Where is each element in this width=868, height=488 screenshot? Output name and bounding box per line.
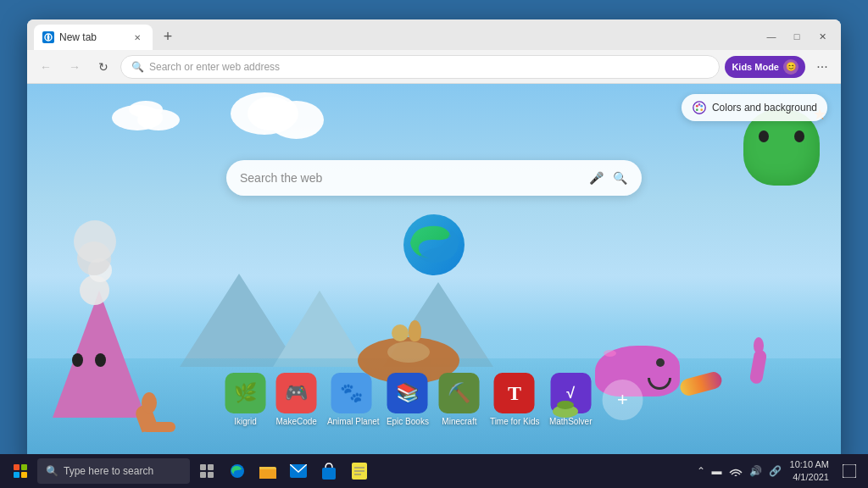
- content-search-placeholder: Search the web: [240, 171, 581, 185]
- kids-mode-button[interactable]: Kids Mode 😊: [725, 56, 805, 78]
- makecode-icon-box: 🎮: [276, 373, 317, 413]
- task-view-icon: [199, 463, 214, 479]
- store-icon: [321, 463, 337, 480]
- notification-icon: [843, 464, 856, 478]
- svg-point-5: [700, 108, 703, 111]
- ikigrid-label: Ikigrid: [234, 417, 257, 426]
- edge-logo: [400, 211, 468, 279]
- content-search-bar[interactable]: Search the web 🎤 🔍: [226, 160, 642, 196]
- ribbon-creature: [680, 375, 722, 392]
- svg-rect-10: [200, 472, 206, 478]
- svg-point-3: [700, 105, 703, 108]
- tab-bar: New tab ✕ + — □ ✕: [27, 19, 841, 50]
- app-icon-ikigrid[interactable]: 🌿 Ikigrid: [225, 373, 266, 426]
- mail-icon: [290, 464, 307, 478]
- forward-button[interactable]: →: [63, 55, 86, 79]
- taskbar-search-icon: 🔍: [46, 465, 58, 477]
- time-for-kids-label: Time for Kids: [490, 417, 539, 426]
- svg-rect-21: [843, 464, 856, 478]
- svg-rect-9: [208, 464, 214, 470]
- svg-rect-11: [208, 472, 214, 478]
- colors-background-button[interactable]: Colors and background: [682, 94, 827, 121]
- minimize-button[interactable]: —: [760, 28, 783, 45]
- taskbar-search[interactable]: 🔍 Type here to search: [37, 458, 190, 484]
- clock-date: 4/1/2021: [790, 471, 829, 484]
- search-icon[interactable]: 🔍: [611, 169, 628, 186]
- mountain-2: [273, 291, 366, 367]
- task-view-button[interactable]: [193, 458, 220, 485]
- ikigrid-icon-box: 🌿: [225, 373, 266, 413]
- clock-area[interactable]: 10:10 AM 4/1/2021: [787, 458, 832, 485]
- app-icon-animal-planet[interactable]: 🐾 Animal Planet: [327, 373, 376, 426]
- battery-icon[interactable]: ▬: [712, 465, 722, 477]
- clock-time: 10:10 AM: [790, 458, 829, 471]
- edge-taskbar-icon: [229, 463, 246, 480]
- kids-mode-label: Kids Mode: [732, 62, 779, 72]
- svg-point-4: [696, 108, 698, 111]
- minecraft-label: Minecraft: [442, 417, 476, 426]
- more-options-button[interactable]: ···: [810, 55, 834, 79]
- window-controls: — □ ✕: [760, 28, 834, 45]
- link-icon[interactable]: 🔗: [769, 465, 782, 477]
- taskbar-mail-icon[interactable]: [285, 458, 312, 485]
- epic-books-icon-box: 📚: [387, 373, 428, 413]
- app-icon-minecraft[interactable]: ⛏️ Minecraft: [439, 373, 480, 426]
- time-for-kids-icon-box: T: [494, 373, 535, 413]
- app-icon-time-for-kids[interactable]: T Time for Kids: [490, 373, 539, 426]
- taskbar-notes-icon[interactable]: [346, 458, 373, 485]
- network-icon[interactable]: [729, 464, 743, 479]
- kids-avatar: 😊: [783, 59, 798, 75]
- new-tab-button[interactable]: +: [156, 25, 180, 48]
- browser-content: ★ Colors and background Search the web 🎤…: [27, 84, 841, 469]
- volume-icon[interactable]: 🔊: [749, 465, 762, 477]
- taskbar: 🔍 Type here to search: [0, 454, 868, 488]
- tab-close-btn[interactable]: ✕: [131, 30, 144, 44]
- maximize-button[interactable]: □: [785, 28, 809, 45]
- start-button[interactable]: [7, 458, 34, 485]
- svg-rect-15: [322, 468, 336, 480]
- makecode-label: MakeCode: [276, 417, 317, 426]
- notification-button[interactable]: [837, 459, 861, 483]
- address-bar-text: Search or enter web address: [149, 61, 280, 73]
- explorer-icon: [259, 463, 276, 479]
- pink-nessie: [752, 350, 765, 384]
- back-button[interactable]: ←: [34, 55, 58, 79]
- address-bar[interactable]: 🔍 Search or enter web address: [120, 55, 720, 79]
- app-icon-mathsolver[interactable]: √ MathSolver: [549, 373, 593, 426]
- navigation-bar: ← → ↻ 🔍 Search or enter web address Kids…: [27, 50, 841, 84]
- browser-window: New tab ✕ + — □ ✕ ← → ↻: [27, 19, 841, 469]
- app-icon-makecode[interactable]: 🎮 MakeCode: [276, 373, 317, 426]
- mathsolver-label: MathSolver: [549, 417, 593, 426]
- svg-point-1: [693, 102, 705, 114]
- svg-rect-8: [200, 464, 206, 470]
- app-icon-epic-books[interactable]: 📚 Epic Books: [387, 373, 429, 426]
- add-app-icon-button[interactable]: +: [602, 380, 643, 420]
- taskbar-search-placeholder: Type here to search: [64, 465, 153, 477]
- animal-planet-label: Animal Planet: [327, 417, 376, 426]
- refresh-button[interactable]: ↻: [92, 55, 115, 79]
- colors-bg-label: Colors and background: [712, 102, 817, 114]
- taskbar-edge-icon[interactable]: [224, 458, 251, 485]
- close-button[interactable]: ✕: [810, 28, 834, 45]
- animal-planet-icon-box: 🐾: [331, 373, 372, 413]
- mic-icon[interactable]: 🎤: [587, 169, 604, 186]
- address-search-icon: 🔍: [131, 61, 144, 73]
- palette-icon: [692, 100, 707, 115]
- tab-label: New tab: [59, 31, 97, 43]
- tab-favicon: [42, 31, 54, 43]
- system-tray: ⌃ ▬ 🔊 🔗: [697, 464, 782, 479]
- active-tab[interactable]: New tab ✕: [34, 25, 153, 50]
- svg-point-2: [696, 105, 698, 108]
- chevron-up-icon[interactable]: ⌃: [697, 465, 705, 477]
- svg-point-6: [698, 103, 701, 106]
- turtle-creature: [553, 405, 578, 418]
- taskbar-store-icon[interactable]: [315, 458, 342, 485]
- windows-logo-icon: [14, 464, 27, 478]
- app-icons-row: 🌿 Ikigrid 🎮 MakeCode 🐾 Animal Planet 📚 E…: [225, 373, 643, 426]
- volcano-creature: [40, 265, 150, 418]
- notes-icon: [352, 463, 367, 480]
- taskbar-right-area: ⌃ ▬ 🔊 🔗 10:10 AM 4/1/2021: [697, 458, 861, 485]
- minecraft-icon-box: ⛏️: [439, 373, 480, 413]
- taskbar-explorer-icon[interactable]: [254, 458, 281, 485]
- epic-books-label: Epic Books: [387, 417, 429, 426]
